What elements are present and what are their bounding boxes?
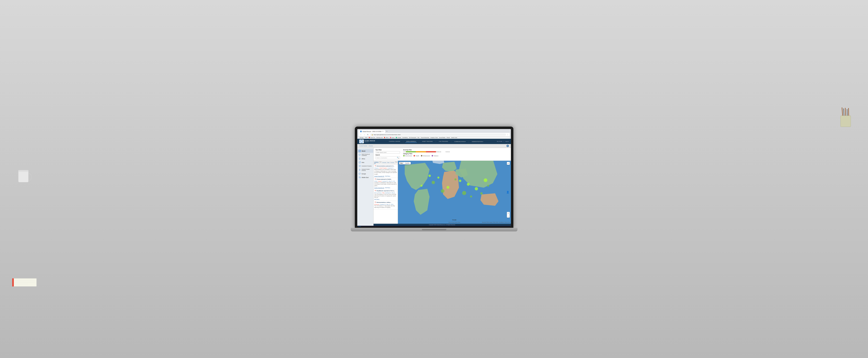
bookmark-airtable[interactable]: Airtable <box>396 137 401 138</box>
sort-date[interactable]: Date <box>387 162 390 163</box>
sidebar-label-central-south: Central & South America <box>362 169 372 171</box>
logout-button[interactable]: Logout <box>505 141 509 142</box>
bookmark-analytics[interactable]: Analytics Tools <box>430 137 438 138</box>
bookmark-monday[interactable]: Monday.com <box>376 137 383 138</box>
screen: Global Rescue - GRID SYSTEM ✕ + ← → ↻ 🔒 … <box>357 129 511 227</box>
sidebar-item-africa[interactable]: Africa <box>357 157 373 161</box>
event-footer-2: Assets Impacted (2) Full Story <box>374 187 397 188</box>
sidebar-item-europe[interactable]: Europe <box>357 172 373 175</box>
sidebar-item-middle-east[interactable]: Middle East <box>357 175 373 179</box>
category-environment[interactable]: Environment <box>403 155 412 157</box>
refresh-button[interactable]: ↻ <box>367 134 369 136</box>
address-bar-row: ← → ↻ 🔒 https://grid.globalrescue.com/me… <box>359 133 510 136</box>
main-layout: World North America & Caribbean <box>357 148 511 226</box>
laptop-hinge <box>422 229 446 230</box>
assets-impacted-1[interactable]: Assets Impacted (3) <box>374 175 384 177</box>
australia-icon <box>359 165 361 167</box>
app-logo: GLOBAL RESCUE GRID <box>359 139 375 143</box>
full-story-2[interactable]: Full Story <box>385 187 390 188</box>
nav-live-tracking[interactable]: LIVE TRACKING <box>438 140 449 142</box>
event-title-4: 📍 Demonstrations, strikes... <box>374 202 397 203</box>
event-title-2: 📍 Protest planned in Dublin <box>374 178 397 180</box>
bookmark-box[interactable]: Box <box>417 137 420 138</box>
event-body-3: The US Embassy in Port-au-Prince rele Ma… <box>374 194 397 198</box>
back-button[interactable]: ← <box>360 134 362 136</box>
destination-select[interactable]: Select a destination 🔍 <box>376 156 400 159</box>
bookmark-asana[interactable]: Asana <box>390 137 395 138</box>
bookmark-travel[interactable]: Travel Advisories <box>421 137 429 138</box>
map-dot-5 <box>446 186 450 189</box>
svg-line-5 <box>845 108 846 116</box>
breadcrumb-events[interactable]: Events <box>369 145 373 147</box>
category-health[interactable]: Health <box>413 155 419 157</box>
event-card-3[interactable]: 📍 Roadblocks reported in Port-a... Port-… <box>374 189 398 201</box>
bookmark-reads[interactable]: Reads <box>447 137 450 138</box>
address-bar[interactable]: 🔒 https://grid.globalrescue.com/member/i… <box>370 133 506 136</box>
category-infrastructure[interactable]: Infrastructure <box>421 155 430 157</box>
start-button[interactable]: ⊞ <box>358 226 361 227</box>
copyright-text: Copyright ©2019 Global Rescue LLC. All R… <box>429 224 455 225</box>
category-violence[interactable]: Violence <box>432 155 438 157</box>
sidebar-item-australia[interactable]: Australia & Oceania <box>357 164 373 168</box>
nav-communication[interactable]: COMMUNICATION ▾ <box>454 140 466 143</box>
bookmark-exhibitday[interactable]: ExhibitDay <box>402 137 408 138</box>
screen-bezel: Global Rescue - GRID SYSTEM ✕ + ← → ↻ 🔒 … <box>355 127 514 228</box>
nav-intelligence[interactable]: INTELLIGENCE ▾ <box>405 140 417 143</box>
event-location-3: Port-au-Prince, Haiti | Updated Fri, May… <box>374 192 397 193</box>
tab-close-button[interactable]: ✕ <box>382 131 383 132</box>
map-dot-4 <box>441 189 444 193</box>
logout-link[interactable]: | <box>504 141 504 142</box>
map-dot-14 <box>487 185 489 187</box>
assets-impacted-2[interactable]: Assets Impacted (2) <box>374 187 384 188</box>
event-location-1: Glasgow, United Kingdom | Updated Fr... <box>374 167 397 169</box>
decorative-pencil-cup <box>840 107 852 128</box>
collapse-all-button[interactable]: Collapse All <box>374 161 379 164</box>
more-button[interactable]: ⋮ <box>507 134 508 135</box>
app-header: GLOBAL RESCUE GRID CONTROL CENTER | INTE… <box>357 139 511 144</box>
event-card-1[interactable]: 📍 Demonstrations planned in G... Glasgow… <box>374 165 398 178</box>
app-nav: CONTROL CENTER | INTELLIGENCE ▾ | ASSET … <box>388 140 484 143</box>
map-button[interactable]: Map <box>399 162 404 164</box>
new-tab-button[interactable]: + <box>385 130 389 133</box>
map-view-toggle: Map Satellite <box>399 162 411 164</box>
bookmark-apps[interactable]: ⊞Apps <box>360 137 364 138</box>
severity-moderate-label: Moderate <box>437 151 441 152</box>
sidebar-item-world[interactable]: World <box>357 149 373 153</box>
bookmark-hcm[interactable]: HCM <box>365 137 367 138</box>
world-icon <box>359 150 361 152</box>
category-filter-label: Category Filter <box>403 153 450 155</box>
text-filter-input[interactable] <box>376 151 400 154</box>
zoom-out-button[interactable]: − <box>507 215 510 218</box>
forward-button[interactable]: → <box>363 134 366 136</box>
bookmark-opencms[interactable]: OpenCms <box>369 137 375 138</box>
sidebar-item-north-america[interactable]: North America & Caribbean <box>357 153 373 157</box>
bookmark-sharepoint[interactable]: GR Sharepoint <box>409 137 416 138</box>
search-row: Search <box>376 154 400 156</box>
active-tab[interactable]: Global Rescue - GRID SYSTEM ✕ <box>359 130 385 133</box>
event-card-2[interactable]: 📍 Protest planned in Dublin Dublin, Irel… <box>374 178 398 189</box>
event-card-4[interactable]: 📍 Demonstrations, strikes... Honduras | … <box>374 201 398 210</box>
breadcrumb-control-center[interactable]: Control Center <box>359 145 367 147</box>
help-button[interactable]: ? <box>506 145 509 147</box>
map-dot-6 <box>455 178 457 181</box>
full-story-1[interactable]: Full Story <box>385 175 390 177</box>
sidebar-item-central-south[interactable]: Central & South America <box>357 168 373 172</box>
app-footer: Copyright ©2019 Global Rescue LLC. All R… <box>374 224 511 226</box>
satellite-button[interactable]: Satellite <box>404 162 411 164</box>
category-items: Environment Health <box>403 155 450 157</box>
nav-control-center[interactable]: CONTROL CENTER <box>388 140 401 142</box>
pin-icon-4: 📍 <box>374 202 376 203</box>
nav-asset-tracking[interactable]: ASSET TRACKING <box>421 140 433 142</box>
infrastructure-dot <box>421 155 422 157</box>
sidebar-item-asia[interactable]: Asia <box>357 161 373 164</box>
fullscreen-button[interactable]: ⤢ <box>507 162 510 165</box>
nav-administration[interactable]: ADMINISTRATION ▾ <box>471 140 484 143</box>
bookmark-useful[interactable]: Useful Links <box>451 137 457 138</box>
sort-country[interactable]: Country <box>391 162 394 163</box>
full-story-3[interactable]: Full Story <box>374 199 379 200</box>
bookmark-office[interactable]: Office <box>384 137 389 138</box>
bookmark-social[interactable]: Social Media <box>439 137 445 138</box>
my-profile-link[interactable]: My Profile <box>497 141 502 142</box>
zoom-in-button[interactable]: + <box>507 212 510 215</box>
sort-severity[interactable]: Severity <box>382 162 386 163</box>
